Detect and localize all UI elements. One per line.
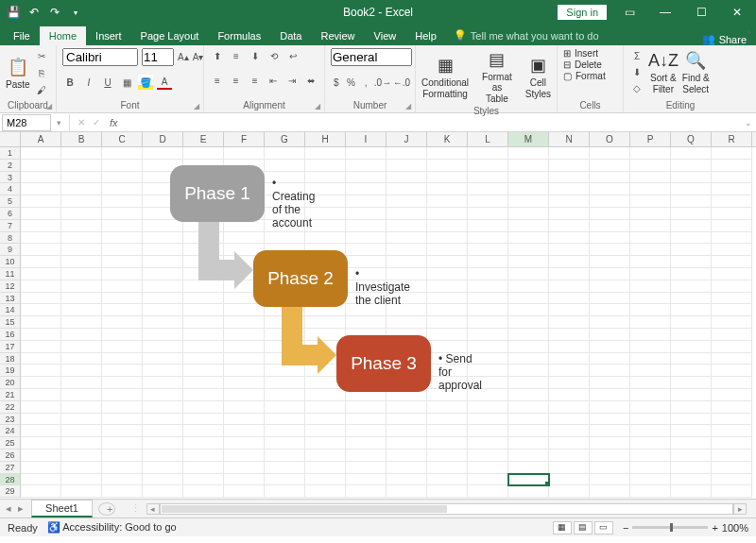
row-header[interactable]: 28 [0, 474, 21, 486]
cell[interactable] [102, 304, 143, 316]
phase-2-node[interactable]: Phase 2 [253, 250, 348, 307]
cell[interactable] [508, 329, 549, 341]
share-button[interactable]: 👥 Share [702, 33, 747, 45]
cell[interactable] [671, 389, 712, 401]
cell[interactable] [102, 353, 143, 365]
cell[interactable] [630, 195, 671, 208]
phase-1-node[interactable]: Phase 1 [170, 165, 265, 222]
copy-icon[interactable]: ⎘ [34, 65, 49, 80]
cell[interactable] [305, 450, 346, 462]
cell[interactable] [305, 316, 346, 329]
cell[interactable] [508, 304, 549, 316]
cell[interactable] [468, 341, 508, 353]
zoom-in-button[interactable]: + [712, 522, 717, 534]
cell[interactable] [508, 160, 549, 172]
cell[interactable] [265, 160, 305, 172]
cell[interactable] [427, 316, 468, 329]
cell[interactable] [671, 220, 712, 232]
cell[interactable] [21, 316, 61, 329]
cell[interactable] [61, 377, 102, 389]
cell[interactable] [61, 208, 102, 220]
cell[interactable] [468, 172, 508, 184]
fill-color-icon[interactable]: 🪣 [138, 75, 153, 90]
cell[interactable] [305, 232, 346, 245]
row-header[interactable]: 21 [0, 389, 21, 401]
cell[interactable] [508, 293, 549, 305]
cell[interactable] [671, 450, 712, 462]
cell[interactable] [468, 160, 508, 172]
cell[interactable] [183, 147, 224, 160]
cell[interactable] [630, 401, 671, 414]
cell[interactable] [224, 485, 265, 498]
cell[interactable] [549, 280, 590, 293]
increase-font-icon[interactable]: A▴ [178, 50, 189, 65]
cell[interactable] [183, 377, 224, 389]
phase-2-bullet[interactable]: • Investigate the client [355, 267, 410, 307]
cell[interactable] [102, 147, 143, 160]
font-size-combo[interactable] [142, 48, 174, 66]
cell[interactable] [346, 401, 387, 414]
paste-button[interactable]: 📋 Paste [6, 56, 30, 90]
cell[interactable] [590, 268, 630, 280]
cell[interactable] [143, 304, 183, 316]
cell[interactable] [508, 414, 549, 426]
cell[interactable] [21, 244, 61, 256]
cell[interactable] [224, 365, 265, 377]
cell[interactable] [102, 377, 143, 389]
cell[interactable] [224, 304, 265, 316]
cell[interactable] [346, 183, 387, 195]
cell[interactable] [671, 485, 712, 498]
horizontal-scrollbar[interactable]: ⋮ ◂ ▸ [125, 502, 747, 515]
cell[interactable] [549, 474, 590, 486]
cell[interactable] [427, 329, 468, 341]
cell[interactable] [143, 425, 183, 437]
cell[interactable] [21, 280, 61, 293]
cell[interactable] [549, 450, 590, 462]
cell[interactable] [508, 268, 549, 280]
cell[interactable] [427, 437, 468, 450]
cell[interactable] [712, 268, 752, 280]
cell[interactable] [671, 401, 712, 414]
cell[interactable] [671, 304, 712, 316]
cell[interactable] [143, 474, 183, 486]
cell[interactable] [468, 474, 508, 486]
comma-format-icon[interactable]: , [360, 75, 371, 90]
cell[interactable] [265, 485, 305, 498]
cell[interactable] [21, 220, 61, 232]
delete-cells-button[interactable]: ⊟Delete [563, 59, 617, 70]
cell[interactable] [468, 485, 508, 498]
cell[interactable] [671, 341, 712, 353]
cell[interactable] [102, 414, 143, 426]
cell[interactable] [61, 160, 102, 172]
cell[interactable] [468, 329, 508, 341]
sheet-nav-icons[interactable]: ◂ ▸ [0, 502, 31, 515]
cell[interactable] [468, 208, 508, 220]
cell[interactable] [712, 437, 752, 450]
cell[interactable] [671, 280, 712, 293]
cell[interactable] [61, 450, 102, 462]
new-sheet-button[interactable]: + [98, 502, 115, 516]
cell[interactable] [508, 208, 549, 220]
cell[interactable] [427, 183, 468, 195]
cell[interactable] [508, 401, 549, 414]
column-header[interactable]: I [346, 132, 387, 146]
tab-file[interactable]: File [4, 26, 40, 45]
border-icon[interactable]: ▦ [119, 75, 134, 90]
cell[interactable] [61, 329, 102, 341]
cell[interactable] [549, 268, 590, 280]
cell[interactable] [143, 256, 183, 268]
column-header[interactable]: K [427, 132, 468, 146]
cell[interactable] [549, 414, 590, 426]
cell[interactable] [508, 365, 549, 377]
select-all-corner[interactable] [0, 132, 21, 146]
cell[interactable] [508, 183, 549, 195]
cell[interactable] [346, 414, 387, 426]
cell[interactable] [143, 316, 183, 329]
cell[interactable] [61, 462, 102, 474]
cell[interactable] [630, 425, 671, 437]
cell[interactable] [671, 353, 712, 365]
cell[interactable] [387, 485, 427, 498]
cell[interactable] [387, 147, 427, 160]
cell[interactable] [590, 353, 630, 365]
cell[interactable] [508, 147, 549, 160]
